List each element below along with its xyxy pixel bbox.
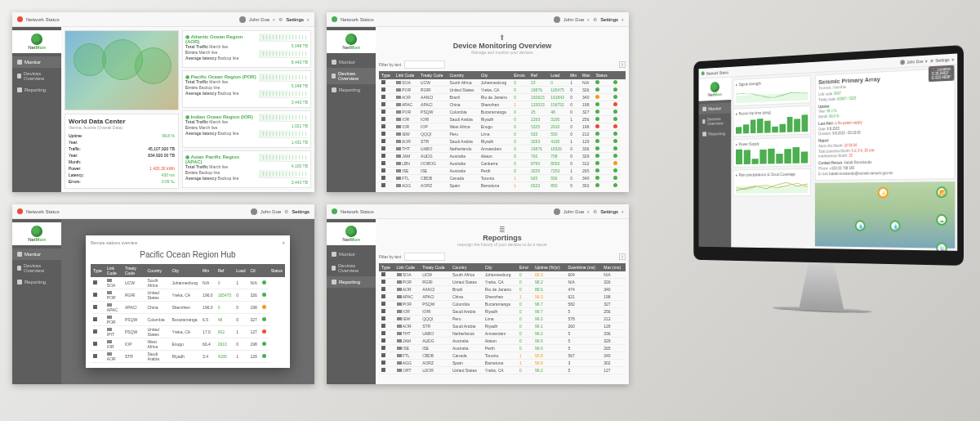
table-row[interactable]: ● ISEISEAustraliaPerth0325572531265: [379, 168, 626, 175]
table-row[interactable]: ★ JAMAUDGAustraliaAlaton099.55329: [379, 338, 626, 345]
table-row[interactable]: ■ AGGAORZSpainBarcelona165238500302: [379, 182, 626, 190]
close-icon[interactable]: [17, 208, 23, 214]
column-header[interactable]: Status: [593, 71, 610, 79]
column-header[interactable]: Status: [269, 264, 285, 277]
chevron-down-icon[interactable]: ▾: [621, 17, 624, 22]
region-card[interactable]: ◉ Asian Pacific Region (APAC)Total Traff…: [182, 150, 311, 188]
table-row[interactable]: ★ JAMAUDGAustraliaAlaton07927080329: [379, 153, 626, 160]
column-header[interactable]: Treaty Code: [122, 264, 145, 277]
user-name[interactable]: John Doe: [564, 17, 585, 22]
table-row[interactable]: ■ FTLCBDBCanadaToronto19255560340: [379, 175, 626, 182]
column-header[interactable]: Country: [447, 71, 478, 79]
settings-label[interactable]: Settings: [286, 17, 304, 22]
column-header[interactable]: Uptime (%/yr): [532, 263, 565, 271]
table-row[interactable]: ■ IORIOPWest AfricaEnugu0532529100198: [379, 123, 626, 131]
sidebar-item-reporting[interactable]: Reporting: [699, 128, 732, 140]
chevron-down-icon[interactable]: ▾: [587, 209, 590, 214]
export-icon[interactable]: ⇪: [619, 61, 626, 68]
filter-input[interactable]: [404, 60, 445, 69]
export-icon[interactable]: ⇪: [619, 253, 626, 260]
avatar[interactable]: [554, 16, 560, 23]
sensor-icon[interactable]: 📶: [936, 186, 947, 198]
region-card[interactable]: ◉ Atlantic Ocean Region (AOR)Total Traff…: [182, 30, 311, 68]
table-row[interactable]: ■ SOAUCWSouth AfricaJohannesburgN/A01N/A: [91, 277, 285, 289]
column-header[interactable]: Type: [379, 263, 394, 271]
column-header[interactable]: Country: [450, 263, 483, 271]
table-row[interactable]: ■ PORPSQWColombiaBucaramanga098.7582327: [379, 301, 626, 308]
column-header[interactable]: Ref: [528, 71, 548, 79]
filter-input[interactable]: [404, 253, 445, 261]
table-row[interactable]: ■ AGGAORZSpainBarcelona156.83302: [379, 360, 626, 367]
table-row[interactable]: ▲ IEWQQQIPeruLima099.2578212: [379, 316, 626, 323]
column-header[interactable]: Link Code: [394, 263, 421, 271]
sidebar-item-devices[interactable]: Devices Overview: [699, 113, 732, 129]
table-row[interactable]: ★ PORRGRIUnited StatesYreka, CA019876165…: [379, 87, 626, 94]
table-row[interactable]: ● AORSTRSaudi ArabiaRiyadh3.441951129: [91, 351, 285, 363]
chart-card[interactable]: ▸ Signal strength: [733, 75, 811, 106]
sensor-icon[interactable]: ☁: [936, 214, 947, 226]
chevron-down-icon[interactable]: ▾: [307, 17, 310, 22]
column-header[interactable]: Link Code: [394, 71, 418, 79]
table-row[interactable]: ● APACAPACIChinaShenzhen1133023156752019…: [379, 101, 626, 109]
column-header[interactable]: City: [169, 264, 200, 277]
column-header[interactable]: Load: [234, 264, 247, 277]
table-row[interactable]: ■ IORIORISaudi ArabiaRiyadh099.75256: [379, 308, 626, 316]
column-header[interactable]: Min: [200, 264, 216, 277]
station-map[interactable]: 📶 ⚡ ☁ 📡 💧 💧: [815, 181, 955, 248]
sidebar-item-devices[interactable]: Devices Overview: [327, 68, 376, 84]
gear-icon[interactable]: ⚙: [593, 208, 597, 214]
gear-icon[interactable]: ⚙: [593, 16, 597, 22]
table-row[interactable]: ■ PORPSQWColombiaBucaramanga6.5480327: [91, 314, 285, 326]
table-row[interactable]: ■ AORSTRSaudi ArabiaRiyadh099.1260129: [379, 323, 626, 330]
region-card[interactable]: ◉ Indian Ocean Region (IOR)Total Traffic…: [182, 110, 311, 148]
sidebar-item-reporting[interactable]: Reporting: [327, 276, 376, 288]
chevron-down-icon[interactable]: ▾: [273, 17, 275, 22]
table-row[interactable]: ■ AORAANCIBrazilRio de Janeiro0150615191…: [379, 94, 626, 101]
sidebar-item-monitor[interactable]: Monitor: [327, 56, 376, 68]
column-header[interactable]: Load: [548, 71, 568, 79]
sidebar-item-reporting[interactable]: Reporting: [12, 84, 61, 96]
chart-card[interactable]: ▸ Round trip time (ping): [733, 105, 811, 137]
table-row[interactable]: ★ PORRGRIUnited StatesYreka, CA196.01654…: [91, 289, 285, 302]
sidebar-item-reporting[interactable]: Reporting: [12, 276, 61, 288]
table-row[interactable]: ■ JAMAUDGAustraliaAlaton3.47080329: [91, 363, 285, 364]
column-header[interactable]: Country: [145, 264, 170, 277]
avatar[interactable]: [900, 60, 905, 65]
close-icon[interactable]: [17, 16, 23, 22]
avatar[interactable]: [554, 208, 560, 215]
avatar[interactable]: [239, 16, 246, 23]
sidebar-item-monitor[interactable]: Monitor: [12, 249, 61, 260]
table-row[interactable]: ★ APACAPACIChinaShenzhen196.000198: [91, 302, 285, 314]
table-row[interactable]: ● ORTUJORUnited StatesYreka, CA099.25127: [379, 367, 626, 374]
column-header[interactable]: Type: [91, 264, 105, 277]
table-row[interactable]: ★ THTUABONetherlandsAmsterdam01987618326…: [379, 146, 626, 153]
table-row[interactable]: ■ FTLCBDBCanadaToronto155.8567340: [379, 352, 626, 360]
sensor-icon[interactable]: 📡: [936, 243, 947, 254]
column-header[interactable]: [621, 71, 626, 79]
column-header[interactable]: Max (ms): [601, 263, 626, 271]
user-name[interactable]: John Doe: [249, 17, 270, 22]
settings-label[interactable]: Settings: [600, 17, 618, 22]
sidebar-item-devices[interactable]: Devices Overview: [327, 260, 376, 276]
column-header[interactable]: [611, 71, 621, 79]
table-row[interactable]: ■ PORPSQWColombiaBucaramanga025480327: [379, 109, 626, 116]
table-row[interactable]: ▲ IEWQQQIPeruLima05335500212: [379, 131, 626, 138]
table-row[interactable]: ● IPITPSQWUnited StatesYreka, CA17.09021…: [91, 326, 285, 338]
column-header[interactable]: [260, 264, 269, 277]
column-header[interactable]: Ref: [216, 264, 234, 277]
column-header[interactable]: Downtime (ms): [565, 263, 601, 271]
table-row[interactable]: ★ IORIOPWest AfricaEnugu66.429100198: [91, 338, 285, 351]
table-row[interactable]: ■ AORSTRSaudi ArabiaRiyadh0329341951129: [379, 138, 626, 146]
sidebar-item-monitor[interactable]: Monitor: [12, 56, 61, 68]
table-row[interactable]: ● APACAPACIChinaShenzhen156.3621198: [379, 293, 626, 301]
column-header[interactable]: Treaty Code: [420, 263, 450, 271]
table-row[interactable]: ★ PORRGRIUnited StatesYreka, CA098.2N/A3…: [379, 279, 626, 286]
table-row[interactable]: ■ AORAANCIBrazilRio de Janeiro088.647434…: [379, 286, 626, 293]
table-row[interactable]: ■ IORIORISaudi ArabiaRiyadh0229331951256: [379, 116, 626, 123]
region-card[interactable]: ◉ Pacific Ocean Region (POR)Total Traffi…: [182, 70, 311, 108]
column-header[interactable]: Error: [517, 263, 532, 271]
column-header[interactable]: City: [483, 263, 517, 271]
world-map[interactable]: [65, 30, 179, 110]
column-header[interactable]: Type: [379, 71, 394, 79]
table-row[interactable]: ★ THTUABONetherlandsAmsterdam099.25336: [379, 330, 626, 338]
